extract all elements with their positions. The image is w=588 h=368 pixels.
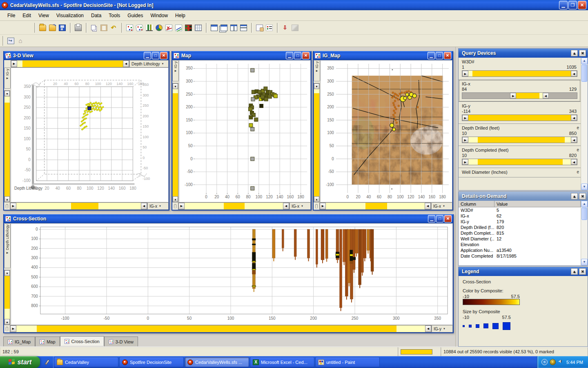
scroll-thumb[interactable] [581, 65, 587, 82]
slider-button[interactable]: ◀ [283, 203, 289, 209]
profile-chart-button[interactable] [174, 23, 183, 33]
menu-edit[interactable]: Edit [19, 11, 34, 20]
x-axis-selector[interactable]: IG-x▼ [431, 202, 452, 210]
import-button[interactable] [47, 23, 57, 33]
y-axis-selector[interactable]: IG-y▶ [4, 67, 11, 89]
start-button[interactable]: start [0, 356, 40, 368]
scroll-up-icon[interactable]: ▲ [581, 201, 588, 207]
slider-track[interactable] [396, 325, 425, 332]
slider-track[interactable] [468, 159, 478, 165]
collapse-button[interactable]: ▲ [571, 193, 578, 200]
slider-track[interactable] [563, 159, 571, 165]
slider-track[interactable] [365, 203, 387, 209]
slider-track[interactable] [185, 203, 224, 209]
annotation-list-button[interactable] [264, 23, 274, 33]
column-header[interactable]: Column [459, 201, 494, 207]
annotation-clip-icon[interactable] [314, 202, 319, 210]
slider-track[interactable] [17, 61, 22, 67]
value-header[interactable]: Value [494, 201, 581, 207]
annotation-clip-icon[interactable] [4, 202, 10, 210]
slider-button[interactable]: ◀ [425, 325, 431, 332]
menu-data[interactable]: Data [88, 11, 105, 20]
taskbar-item-cedarvalley[interactable]: CedarValley [54, 357, 118, 367]
3d-view-titlebar[interactable]: 3-D View ▁ □ ✕ [4, 51, 169, 60]
table-row[interactable]: IG-x62 [459, 213, 581, 219]
range-slider[interactable]: ▶◀ [462, 92, 577, 99]
slider-track[interactable] [22, 61, 123, 67]
slider-button[interactable]: ▼ [173, 83, 178, 89]
tab-cross-section[interactable]: Cross-Section [60, 336, 104, 346]
slider-button[interactable]: ◀ [571, 137, 577, 143]
edit-link[interactable]: e [577, 126, 579, 130]
slider-button[interactable]: ▲ [4, 196, 10, 202]
slider-track[interactable] [314, 89, 319, 93]
collapse-button[interactable]: ▲ [571, 268, 578, 275]
x-axis-selector[interactable]: IG-x▼ [147, 202, 169, 210]
table-row[interactable]: Application Nu...a13540 [459, 247, 581, 253]
cursor-tray-icon[interactable] [558, 359, 564, 365]
slider-track[interactable] [4, 96, 10, 103]
table-row[interactable]: Depth Complet...815 [459, 230, 581, 236]
slider-button[interactable]: ▶ [10, 325, 16, 332]
slider-track[interactable] [468, 137, 478, 143]
slider-track[interactable] [326, 203, 365, 209]
menu-file[interactable]: File [4, 11, 18, 20]
query-slider-left[interactable]: ▼▲ [4, 270, 10, 325]
menu-guides[interactable]: Guides [124, 11, 146, 20]
slider-button[interactable]: ◀ [571, 159, 577, 165]
table-row[interactable]: W3D#5 [459, 207, 581, 213]
slider-track[interactable] [314, 93, 319, 196]
scroll-up-icon[interactable]: ▲ [581, 58, 588, 64]
edit-link[interactable]: e [577, 170, 579, 174]
slider-button[interactable]: ▶ [11, 61, 17, 67]
slider-track[interactable] [16, 325, 37, 332]
pie-chart-button[interactable] [154, 23, 164, 33]
table-row[interactable]: Depth Drilled (f...820 [459, 224, 581, 230]
cascade-button[interactable] [219, 23, 229, 33]
menu-window[interactable]: Window [147, 11, 171, 20]
slider-track[interactable] [472, 71, 571, 76]
x-axis-selector[interactable]: IG-y▼ [432, 325, 453, 332]
drill-down-button[interactable] [280, 23, 290, 33]
3d-scatter-plot[interactable]: 350300250200150100500-50-100020406080100… [11, 68, 168, 202]
slider-track[interactable] [565, 137, 571, 143]
slider-track[interactable] [4, 103, 10, 196]
scroll-down-icon[interactable]: ▼ [581, 259, 588, 265]
menu-visualization[interactable]: Visualization [53, 11, 87, 20]
slider-track[interactable] [516, 93, 539, 99]
collapse-button[interactable]: ▲ [571, 50, 578, 56]
line-chart-button[interactable] [164, 23, 174, 33]
slider-track[interactable] [549, 93, 577, 99]
new-window-button[interactable] [209, 23, 219, 33]
maximize-button[interactable]: □ [152, 52, 159, 59]
open-button[interactable] [38, 23, 47, 33]
paste-button[interactable] [99, 23, 109, 33]
slider-track[interactable] [173, 93, 178, 196]
minimize-button[interactable]: ▁ [286, 52, 293, 59]
save-button[interactable] [57, 23, 67, 33]
slider-button[interactable]: ▶ [320, 203, 326, 209]
ig-map-titlebar[interactable]: IG_Map ▁ □ ✕ [314, 51, 452, 60]
annotation-clip-icon[interactable] [4, 325, 10, 332]
y-axis-selector[interactable]: IG-y▶ [314, 60, 320, 81]
restore-button[interactable]: ❐ [568, 1, 577, 9]
query-slider-top[interactable]: ▶◀ [11, 60, 129, 67]
slider-track[interactable] [245, 203, 283, 209]
slider-button[interactable]: ◀ [123, 61, 129, 67]
z-axis-selector[interactable]: Depth Lithology▼ [129, 60, 169, 67]
heatmap-button[interactable] [183, 23, 193, 33]
table-row[interactable]: IG-y179 [459, 219, 581, 224]
range-slider[interactable]: ▶◀ [462, 114, 577, 121]
query-slider-bottom[interactable]: ▶◀ [10, 202, 147, 210]
close-icon[interactable]: ✕ [444, 52, 451, 59]
close-icon[interactable]: ✕ [579, 268, 586, 275]
slider-track[interactable] [37, 325, 396, 332]
query-slider-left[interactable]: ▼▲ [172, 83, 178, 202]
range-slider[interactable]: ▶◀ [462, 159, 577, 165]
globe-tray-icon[interactable] [550, 359, 556, 365]
taskbar-item-untitled-paint[interactable]: untitled - Paint [315, 357, 380, 367]
minimize-button[interactable]: ▁ [559, 1, 568, 9]
slider-button[interactable]: ◀ [543, 93, 549, 99]
slider-button[interactable]: ▶ [462, 71, 468, 76]
ig-map-plot[interactable]: 020406080100120140160180-100-50050100150… [321, 61, 452, 202]
